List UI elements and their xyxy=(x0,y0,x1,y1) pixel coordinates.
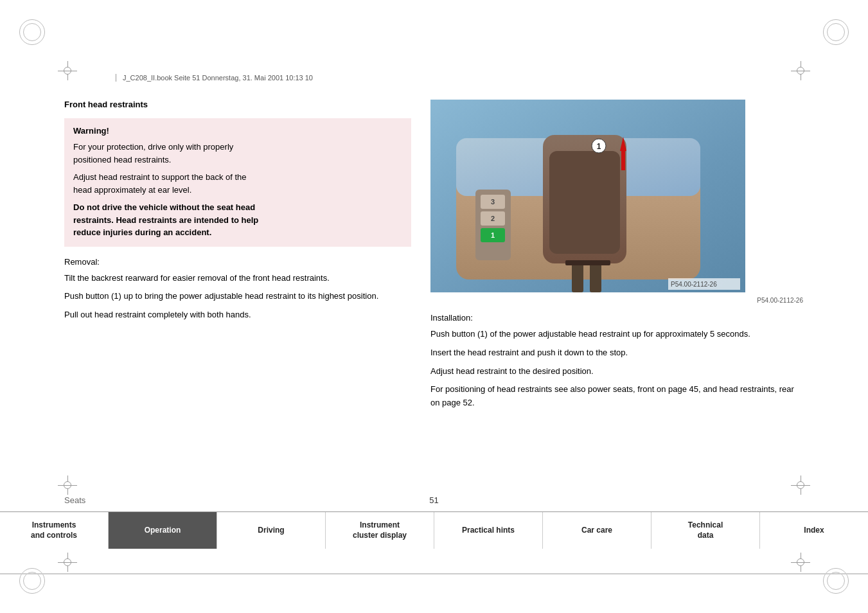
left-column: Front head restraints Warning! For your … xyxy=(64,100,411,327)
installation-label: Installation: xyxy=(430,313,803,323)
removal-text-3: Pull out head restraint completely with … xyxy=(64,308,411,322)
removal-text-1: Tilt the backrest rearward for easier re… xyxy=(64,272,411,285)
corner-mark-top-right xyxy=(823,19,849,45)
warning-text-2: Adjust head restraint to support the bac… xyxy=(73,171,402,196)
corner-mark-bottom-left xyxy=(19,568,45,594)
svg-text:P54.00-2112-26: P54.00-2112-26 xyxy=(671,281,717,288)
corner-mark-bottom-right xyxy=(823,568,849,594)
installation-section: Installation: Push button (1) of the pow… xyxy=(430,313,803,410)
crosshair-circle xyxy=(64,481,71,489)
crosshair-mid-right xyxy=(791,475,810,495)
corner-mark-inner xyxy=(827,572,845,590)
crosshair-top-left xyxy=(58,61,77,80)
svg-rect-12 xyxy=(572,263,583,292)
svg-rect-18 xyxy=(621,151,625,170)
page-number: 51 xyxy=(0,495,868,505)
car-image: 3 2 1 1 xyxy=(430,100,803,294)
image-caption: P54.00-2112-26 xyxy=(430,297,803,304)
nav-item-instrument-cluster[interactable]: Instrumentcluster display xyxy=(326,512,434,549)
svg-text:1: 1 xyxy=(491,231,495,239)
crosshair-top-right xyxy=(791,61,810,80)
right-column: 3 2 1 1 xyxy=(430,100,803,415)
corner-mark-inner xyxy=(23,572,41,590)
section-title: Front head restraints xyxy=(64,100,411,109)
corner-mark-inner xyxy=(827,23,845,41)
svg-text:3: 3 xyxy=(491,198,495,206)
install-text-4: For positioning of head restraints see a… xyxy=(430,383,803,410)
car-illustration: 3 2 1 1 xyxy=(430,100,745,292)
crosshair-circle xyxy=(64,67,71,75)
corner-mark-inner xyxy=(23,23,41,41)
nav-item-index[interactable]: Index xyxy=(760,512,868,549)
install-text-3: Adjust head restraint to the desired pos… xyxy=(430,365,803,378)
nav-item-instruments[interactable]: Instrumentsand controls xyxy=(0,512,109,549)
svg-rect-14 xyxy=(565,260,610,265)
corner-mark-top-left xyxy=(19,19,45,45)
nav-item-technical-data[interactable]: Technicaldata xyxy=(651,512,760,549)
warning-text-1: For your protection, drive only with pro… xyxy=(73,141,402,166)
nav-item-car-care[interactable]: Car care xyxy=(543,512,651,549)
crosshair-bottom-left xyxy=(58,553,77,572)
install-text-1: Push button (1) of the power adjustable … xyxy=(430,328,803,341)
warning-title: Warning! xyxy=(73,126,402,136)
crosshair-bottom-right xyxy=(791,553,810,572)
removal-text-2: Push button (1) up to bring the power ad… xyxy=(64,290,411,303)
crosshair-circle xyxy=(64,558,71,566)
nav-bar: Instrumentsand controls Operation Drivin… xyxy=(0,511,868,549)
crosshair-circle xyxy=(797,481,804,489)
svg-rect-13 xyxy=(590,263,601,292)
crosshair-circle xyxy=(797,558,804,566)
svg-text:1: 1 xyxy=(597,142,601,151)
svg-rect-11 xyxy=(549,151,620,254)
crosshair-mid-left xyxy=(58,475,77,495)
nav-item-driving[interactable]: Driving xyxy=(217,512,326,549)
svg-text:2: 2 xyxy=(491,215,495,222)
install-text-2: Insert the head restraint and push it do… xyxy=(430,346,803,360)
warning-box: Warning! For your protection, drive only… xyxy=(64,118,411,247)
warning-text-3: Do not drive the vehicle without the sea… xyxy=(73,201,402,239)
file-info: J_C208_II.book Seite 51 Donnerstag, 31. … xyxy=(116,74,313,82)
removal-label: Removal: xyxy=(64,257,411,267)
nav-item-practical-hints[interactable]: Practical hints xyxy=(434,512,543,549)
page-container: J_C208_II.book Seite 51 Donnerstag, 31. … xyxy=(0,0,868,613)
bottom-bar xyxy=(0,573,868,574)
crosshair-circle xyxy=(797,67,804,75)
nav-item-operation[interactable]: Operation xyxy=(109,512,217,549)
